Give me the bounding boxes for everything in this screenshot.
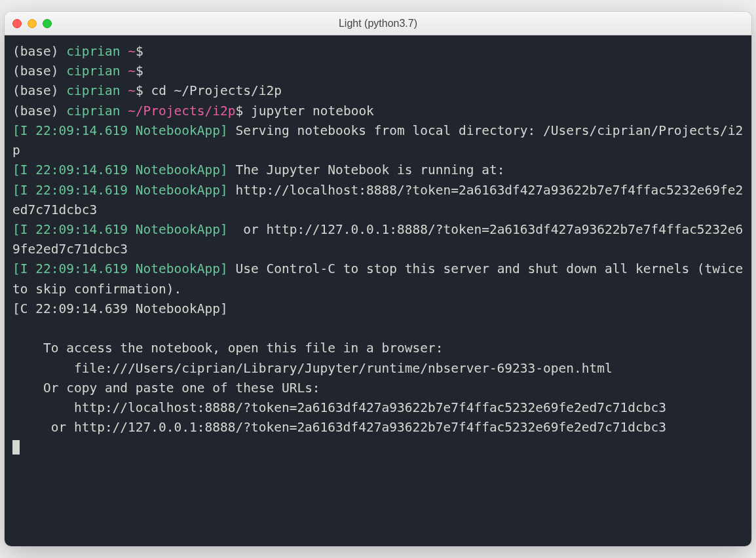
- terminal-window: Light (python3.7) (base) ciprian ~$ (bas…: [5, 12, 751, 546]
- prompt-path: ~: [128, 44, 136, 59]
- log-block: To access the notebook, open this file i…: [12, 341, 666, 435]
- prompt-dollar: $: [236, 103, 244, 119]
- titlebar[interactable]: Light (python3.7): [5, 12, 751, 35]
- prompt-env: (base): [12, 83, 58, 98]
- prompt-path: ~: [128, 83, 136, 98]
- log-info-tag: [I 22:09:14.619 NotebookApp]: [12, 261, 228, 276]
- window-title: Light (python3.7): [339, 18, 417, 29]
- prompt-user: ciprian: [66, 44, 120, 59]
- minimize-icon[interactable]: [28, 19, 37, 28]
- prompt-user: ciprian: [66, 64, 120, 79]
- cursor-icon: [12, 440, 20, 455]
- prompt-env: (base): [12, 103, 58, 119]
- log-info-tag: [I 22:09:14.619 NotebookApp]: [12, 162, 228, 177]
- prompt-user: ciprian: [66, 83, 120, 98]
- prompt-cmd: jupyter notebook: [251, 103, 374, 119]
- prompt-dollar: $: [136, 64, 143, 79]
- log-info-tag: [I 22:09:14.619 NotebookApp]: [12, 222, 228, 237]
- log-info-tag: [I 22:09:14.619 NotebookApp]: [12, 183, 228, 198]
- prompt-path: ~/Projects/i2p: [128, 103, 235, 119]
- prompt-env: (base): [12, 64, 58, 79]
- prompt-user: ciprian: [66, 103, 120, 119]
- traffic-lights: [12, 19, 52, 28]
- prompt-path: ~: [128, 64, 136, 79]
- prompt-dollar: $: [136, 83, 143, 98]
- log-critical-tag: [C 22:09:14.639 NotebookApp]: [12, 301, 228, 316]
- log-info-tag: [I 22:09:14.619 NotebookApp]: [12, 123, 228, 138]
- terminal-body[interactable]: (base) ciprian ~$ (base) ciprian ~$ (bas…: [5, 35, 751, 546]
- maximize-icon[interactable]: [43, 19, 52, 28]
- prompt-env: (base): [12, 44, 58, 59]
- close-icon[interactable]: [12, 19, 22, 28]
- prompt-dollar: $: [136, 44, 143, 59]
- log-msg: The Jupyter Notebook is running at:: [228, 162, 505, 177]
- prompt-cmd: cd ~/Projects/i2p: [151, 83, 282, 98]
